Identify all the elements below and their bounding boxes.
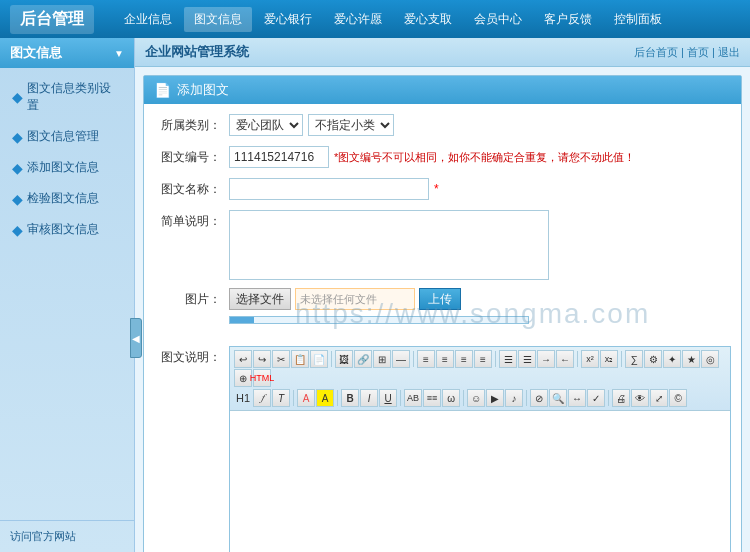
tb-copy[interactable]: 📋 bbox=[291, 350, 309, 368]
name-input[interactable] bbox=[229, 178, 429, 200]
tb-sub[interactable]: x₂ bbox=[600, 350, 618, 368]
tb-sep-8 bbox=[400, 390, 401, 406]
nav-tuwen[interactable]: 图文信息 bbox=[184, 7, 252, 32]
code-input[interactable]: 111415214716 bbox=[229, 146, 329, 168]
tb-search[interactable]: 🔍 bbox=[549, 389, 567, 407]
tb-special5[interactable]: ◎ bbox=[701, 350, 719, 368]
tb-fullscreen[interactable]: ⤢ bbox=[650, 389, 668, 407]
nav-qiye[interactable]: 企业信息 bbox=[114, 7, 182, 32]
category-control: 爱心团队 不指定小类 bbox=[229, 114, 731, 136]
tb-sep-5 bbox=[621, 351, 622, 367]
choose-file-button[interactable]: 选择文件 bbox=[229, 288, 291, 310]
desc-textarea[interactable] bbox=[229, 210, 549, 280]
progress-row bbox=[229, 316, 731, 340]
sidebar-item-add[interactable]: ◆ 添加图文信息 bbox=[0, 152, 134, 183]
breadcrumb-logout-link[interactable]: 退出 bbox=[718, 46, 740, 58]
tb-preformat[interactable]: ≡≡ bbox=[423, 389, 441, 407]
tb-ul[interactable]: ☰ bbox=[518, 350, 536, 368]
tb-outdent[interactable]: ← bbox=[556, 350, 574, 368]
breadcrumb-home-link[interactable]: 后台首页 bbox=[634, 46, 678, 58]
sidebar-arrow: ▼ bbox=[114, 48, 124, 59]
tb-sup[interactable]: x² bbox=[581, 350, 599, 368]
sidebar: 图文信息 ▼ ◆ 图文信息类别设置 ◆ 图文信息管理 ◆ 添加图文信息 ◆ 检验… bbox=[0, 38, 135, 552]
sidebar-item-category[interactable]: ◆ 图文信息类别设置 bbox=[0, 73, 134, 121]
tb-align-justify[interactable]: ≡ bbox=[474, 350, 492, 368]
sidebar-item-label: 图文信息类别设置 bbox=[27, 80, 122, 114]
tb-redo[interactable]: ↪ bbox=[253, 350, 271, 368]
desc-control bbox=[229, 210, 731, 280]
code-hint: *图文编号不可以相同，如你不能确定合重复，请您不动此值！ bbox=[334, 150, 635, 165]
sidebar-item-manage[interactable]: ◆ 图文信息管理 bbox=[0, 121, 134, 152]
sidebar-item-audit[interactable]: ◆ 审核图文信息 bbox=[0, 214, 134, 245]
tb-media[interactable]: ♪ bbox=[505, 389, 523, 407]
tb-bgcolor[interactable]: A bbox=[316, 389, 334, 407]
toolbar-row-2: H1 𝑓 T A A B I U bbox=[234, 389, 726, 407]
tb-img[interactable]: 🖼 bbox=[335, 350, 353, 368]
tb-special3[interactable]: ✦ bbox=[663, 350, 681, 368]
tb-hr[interactable]: — bbox=[392, 350, 410, 368]
sidebar-footer[interactable]: 访问官方网站 bbox=[0, 520, 134, 552]
nav-feedback[interactable]: 客户反馈 bbox=[534, 7, 602, 32]
nav-member[interactable]: 会员中心 bbox=[464, 7, 532, 32]
tb-spell[interactable]: ✓ bbox=[587, 389, 605, 407]
sidebar-item-label: 图文信息管理 bbox=[27, 128, 99, 145]
card-body: 所属类别： 爱心团队 不指定小类 图文编号： 111415214716 bbox=[144, 104, 741, 552]
tb-size[interactable]: T bbox=[272, 389, 290, 407]
nav-wish[interactable]: 爱心许愿 bbox=[324, 7, 392, 32]
breadcrumb-index-link[interactable]: 首页 bbox=[687, 46, 709, 58]
tb-remove[interactable]: ⊘ bbox=[530, 389, 548, 407]
sidebar-item-check[interactable]: ◆ 检验图文信息 bbox=[0, 183, 134, 214]
sidebar-collapse-btn[interactable]: ◀ bbox=[130, 318, 142, 358]
tb-sep-10 bbox=[526, 390, 527, 406]
code-row: 图文编号： 111415214716 *图文编号不可以相同，如你不能确定合重复，… bbox=[154, 146, 731, 170]
tb-paste[interactable]: 📄 bbox=[310, 350, 328, 368]
tb-special2[interactable]: ⚙ bbox=[644, 350, 662, 368]
upload-button[interactable]: 上传 bbox=[419, 288, 461, 310]
tb-emotion[interactable]: ☺ bbox=[467, 389, 485, 407]
no-file-label: 未选择任何文件 bbox=[295, 288, 415, 310]
main-layout: 图文信息 ▼ ◆ 图文信息类别设置 ◆ 图文信息管理 ◆ 添加图文信息 ◆ 检验… bbox=[0, 38, 750, 552]
tb-video[interactable]: ▶ bbox=[486, 389, 504, 407]
tb-align-center[interactable]: ≡ bbox=[436, 350, 454, 368]
img-control: 选择文件 未选择任何文件 上传 bbox=[229, 288, 731, 310]
tb-help[interactable]: © bbox=[669, 389, 687, 407]
tb-sep-6 bbox=[293, 390, 294, 406]
card-header: 📄 添加图文 bbox=[144, 76, 741, 104]
tb-undo[interactable]: ↩ bbox=[234, 350, 252, 368]
tb-h1-label: H1 bbox=[234, 392, 252, 404]
editor-row: 图文说明： ↩ ↪ ✂ 📋 📄 bbox=[154, 346, 731, 552]
nav-withdraw[interactable]: 爱心支取 bbox=[394, 7, 462, 32]
name-row: 图文名称： * bbox=[154, 178, 731, 202]
tb-fontcolor[interactable]: A bbox=[297, 389, 315, 407]
tb-omega[interactable]: ω bbox=[442, 389, 460, 407]
name-required: * bbox=[434, 182, 439, 196]
tb-underline[interactable]: U bbox=[379, 389, 397, 407]
tb-preview[interactable]: 👁 bbox=[631, 389, 649, 407]
tb-indent[interactable]: → bbox=[537, 350, 555, 368]
app-logo: 后台管理 bbox=[10, 5, 94, 34]
editor-section: 图文说明： ↩ ↪ ✂ 📋 📄 bbox=[154, 346, 731, 552]
nav-control[interactable]: 控制面板 bbox=[604, 7, 672, 32]
tb-format[interactable]: 𝑓 bbox=[253, 389, 271, 407]
tb-special4[interactable]: ★ bbox=[682, 350, 700, 368]
tb-find[interactable]: ↔ bbox=[568, 389, 586, 407]
tb-blockquote[interactable]: AB bbox=[404, 389, 422, 407]
tb-italic[interactable]: I bbox=[360, 389, 378, 407]
tb-print[interactable]: 🖨 bbox=[612, 389, 630, 407]
tb-ol[interactable]: ☰ bbox=[499, 350, 517, 368]
category-sub-select[interactable]: 不指定小类 bbox=[308, 114, 394, 136]
tb-bold[interactable]: B bbox=[341, 389, 359, 407]
category-team-select[interactable]: 爱心团队 bbox=[229, 114, 303, 136]
content-area: 企业网站管理系统 后台首页 | 首页 | 退出 📄 添加图文 所属类别： 爱心团… bbox=[135, 38, 750, 552]
tb-special1[interactable]: ∑ bbox=[625, 350, 643, 368]
tb-align-right[interactable]: ≡ bbox=[455, 350, 473, 368]
tb-link[interactable]: 🔗 bbox=[354, 350, 372, 368]
tb-table[interactable]: ⊞ bbox=[373, 350, 391, 368]
editor-body[interactable] bbox=[230, 411, 730, 552]
tb-align-left[interactable]: ≡ bbox=[417, 350, 435, 368]
nav-bank[interactable]: 爱心银行 bbox=[254, 7, 322, 32]
tb-html[interactable]: HTML bbox=[253, 369, 271, 387]
tb-sep-1 bbox=[331, 351, 332, 367]
tb-cut[interactable]: ✂ bbox=[272, 350, 290, 368]
tb-sep-2 bbox=[413, 351, 414, 367]
